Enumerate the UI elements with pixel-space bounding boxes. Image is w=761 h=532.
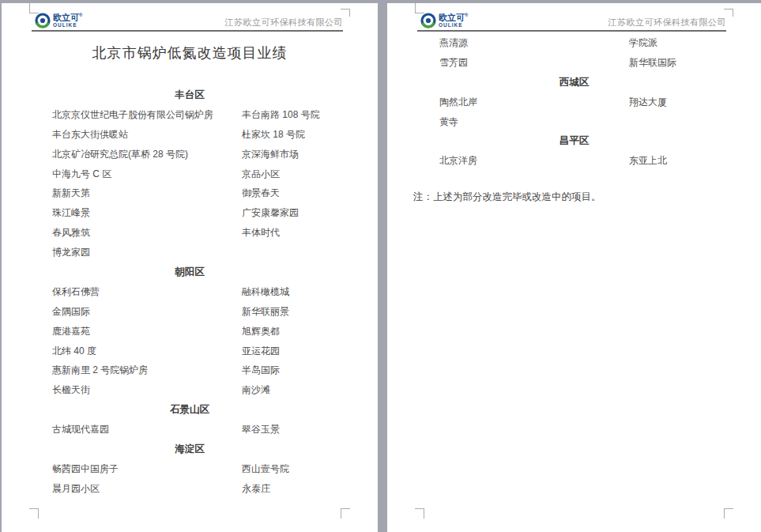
- registered-mark: ®: [465, 13, 468, 17]
- project-item: 丰台南路 108 号院: [242, 105, 320, 125]
- page1-project-list: 丰台区北京京仪世纪电子股份有限公司锅炉房丰台南路 108 号院丰台东大街供暖站杜…: [2, 85, 378, 499]
- project-row: 保利石佛营融科橄榄城: [2, 282, 378, 302]
- district-header: 朝阳区: [2, 262, 378, 282]
- project-item: 新华联丽景: [242, 302, 289, 322]
- project-item: 新新天第: [52, 183, 90, 203]
- logo-text: 欧立可® OULIKE: [53, 13, 82, 28]
- project-item: 半岛国际: [242, 360, 280, 380]
- project-item: 博龙家园: [52, 243, 90, 262]
- project-item: 翔达大厦: [629, 92, 667, 112]
- page-header: 欧立可® OULIKE 江苏欧立可环保科技有限公司: [417, 11, 726, 32]
- project-item: 春风雅筑: [52, 223, 90, 243]
- district-header: 海淀区: [2, 440, 378, 459]
- logo-text: 欧立可® OULIKE: [439, 13, 468, 28]
- project-item: 杜家坎 18 号院: [242, 125, 305, 145]
- project-item: 畅茜园中国房子: [52, 459, 119, 479]
- project-item: 北京洋房: [439, 151, 477, 171]
- project-row: 珠江峰景广安康馨家园: [2, 203, 378, 223]
- registered-mark: ®: [79, 13, 82, 17]
- project-item: 雪芳园: [439, 53, 468, 73]
- project-item: 旭辉奥都: [242, 322, 280, 341]
- project-row: 金隅国际新华联丽景: [2, 302, 378, 322]
- district-header: 西城区: [387, 73, 761, 92]
- project-row: 北纬 40 度亚运花园: [2, 341, 378, 361]
- project-item: 南沙滩: [242, 380, 270, 400]
- project-row: 鹿港嘉苑旭辉奥都: [2, 322, 378, 341]
- oulike-logo-icon: [420, 13, 436, 28]
- project-item: 翠谷玉景: [242, 420, 280, 440]
- project-row: 新新天第御景春天: [2, 183, 378, 203]
- project-row: 北京矿冶研究总院(草桥 28 号院)京深海鲜市场: [2, 145, 378, 164]
- logo-text-cn: 欧立可®: [53, 13, 82, 22]
- project-item: 广安康馨家园: [242, 203, 299, 223]
- district-header: 丰台区: [2, 85, 378, 105]
- project-row: 惠新南里 2 号院锅炉房半岛国际: [2, 360, 378, 380]
- oulike-logo-icon: [35, 13, 51, 28]
- project-item: 珠江峰景: [52, 203, 90, 223]
- project-row: 北京京仪世纪电子股份有限公司锅炉房丰台南路 108 号院: [2, 105, 378, 125]
- project-item: 京品小区: [242, 164, 280, 184]
- crop-mark-bottom-left: [29, 508, 39, 519]
- logo-text-en: OULIKE: [53, 23, 82, 28]
- project-item: 北纬 40 度: [52, 341, 96, 361]
- district-header: 石景山区: [2, 400, 378, 420]
- project-item: 燕清源: [439, 33, 468, 53]
- company-logo: 欧立可® OULIKE: [35, 13, 82, 28]
- project-row: 雪芳园新华联国际: [387, 53, 761, 73]
- project-item: 中海九号 C 区: [52, 164, 111, 184]
- project-row: 中海九号 C 区京品小区: [2, 164, 378, 184]
- project-item: 陶然北岸: [439, 92, 477, 112]
- project-row: 丰台东大街供暖站杜家坎 18 号院: [2, 125, 378, 145]
- logo-text-cn: 欧立可®: [439, 13, 468, 22]
- project-item: 长楹天街: [52, 380, 90, 400]
- project-item: 丰台东大街供暖站: [52, 125, 128, 145]
- project-item: 融科橄榄城: [242, 282, 289, 302]
- crop-mark-bottom-right: [341, 508, 350, 519]
- project-row: 古城现代嘉园翠谷玉景: [2, 420, 378, 440]
- project-row: 长楹天街南沙滩: [2, 380, 378, 400]
- project-row: 博龙家园: [2, 243, 378, 262]
- project-item: 东亚上北: [629, 151, 667, 171]
- note-text: 注：上述为部分改造完毕或改造中的项目。: [413, 191, 601, 204]
- project-item: 亚运花园: [242, 341, 280, 361]
- project-row: 黄寺: [387, 112, 761, 132]
- crop-mark-bottom-right: [724, 508, 733, 519]
- project-item: 学院派: [629, 33, 657, 53]
- document-page-1: 欧立可® OULIKE 江苏欧立可环保科技有限公司 北京市锅炉低氮改造项目业绩 …: [2, 3, 378, 532]
- project-row: 晨月园小区永泰庄: [2, 479, 378, 499]
- project-row: 春风雅筑丰体时代: [2, 223, 378, 243]
- project-item: 金隅国际: [52, 302, 90, 322]
- project-item: 京深海鲜市场: [242, 145, 299, 164]
- document-title: 北京市锅炉低氮改造项目业绩: [2, 43, 378, 63]
- district-header: 昌平区: [387, 131, 761, 151]
- crop-mark-bottom-left: [415, 508, 424, 519]
- project-item: 北京矿冶研究总院(草桥 28 号院): [52, 145, 188, 164]
- project-item: 晨月园小区: [52, 479, 100, 499]
- project-row: 燕清源学院派: [387, 33, 761, 53]
- company-name-header: 江苏欧立可环保科技有限公司: [608, 17, 727, 28]
- page-header: 欧立可® OULIKE 江苏欧立可环保科技有限公司: [32, 11, 343, 32]
- page2-project-list: 燕清源学院派雪芳园新华联国际西城区陶然北岸翔达大厦黄寺昌平区北京洋房东亚上北: [387, 33, 761, 171]
- project-item: 永泰庄: [242, 479, 270, 499]
- project-item: 新华联国际: [629, 53, 676, 73]
- project-row: 陶然北岸翔达大厦: [387, 92, 761, 112]
- project-item: 惠新南里 2 号院锅炉房: [52, 360, 148, 380]
- project-item: 丰体时代: [242, 223, 280, 243]
- project-row: 北京洋房东亚上北: [387, 151, 761, 171]
- project-item: 西山壹号院: [242, 459, 289, 479]
- project-item: 鹿港嘉苑: [52, 322, 90, 341]
- document-page-2: 欧立可® OULIKE 江苏欧立可环保科技有限公司 燕清源学院派雪芳园新华联国际…: [387, 3, 761, 532]
- project-row: 畅茜园中国房子西山壹号院: [2, 459, 378, 479]
- logo-text-en: OULIKE: [439, 23, 468, 28]
- project-item: 保利石佛营: [52, 282, 100, 302]
- project-item: 北京京仪世纪电子股份有限公司锅炉房: [52, 105, 213, 125]
- company-logo: 欧立可® OULIKE: [420, 13, 468, 28]
- project-item: 黄寺: [439, 112, 458, 132]
- company-name-header: 江苏欧立可环保科技有限公司: [225, 17, 344, 28]
- project-item: 御景春天: [242, 183, 280, 203]
- project-item: 古城现代嘉园: [52, 420, 109, 440]
